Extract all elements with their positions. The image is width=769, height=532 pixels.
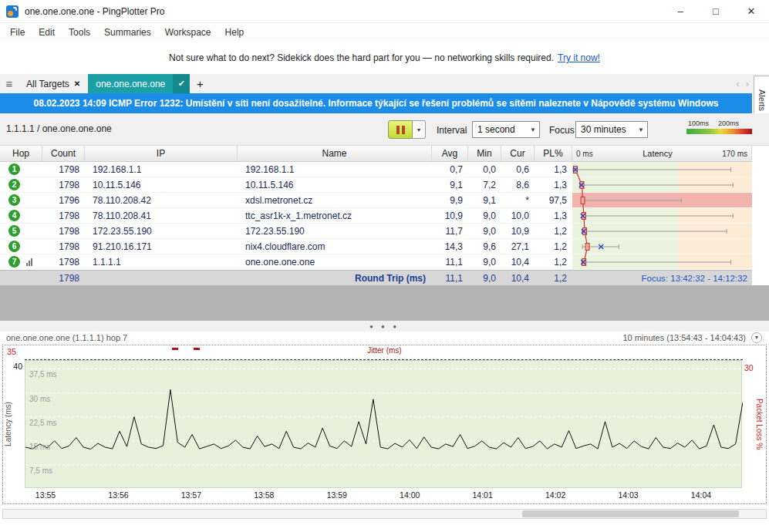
chevron-down-icon: ▼ xyxy=(527,126,539,133)
jitter-label: Jitter (ms) xyxy=(3,346,766,355)
summary-pl: 1,2 xyxy=(535,273,572,284)
table-row[interactable]: 4179878.110.208.41ttc_asr1k-x_1.metronet… xyxy=(0,208,752,224)
legend-200ms: 200ms xyxy=(718,120,739,127)
min-cell: 9,1 xyxy=(468,195,501,206)
menu-tools[interactable]: Tools xyxy=(62,23,97,42)
hop-cell: 7 xyxy=(0,256,42,268)
header-min[interactable]: Min xyxy=(468,146,501,161)
header-cur[interactable]: Cur xyxy=(501,146,535,161)
pause-dropdown-icon[interactable]: ▼ xyxy=(413,120,426,139)
header-hop[interactable]: Hop xyxy=(0,146,42,161)
splitter-handle[interactable]: ● ● ● xyxy=(0,321,769,332)
tab-all-targets[interactable]: All Targets ✕ xyxy=(19,74,88,93)
x-axis-tick: 13:58 xyxy=(254,490,274,500)
packet-loss-cell: 1,3 xyxy=(535,210,572,221)
menu-edit[interactable]: Edit xyxy=(32,23,62,42)
table-row[interactable]: 3179678.110.208.42xdsl.metronet.cz9,99,1… xyxy=(0,193,752,208)
timeline-range-dropdown-icon[interactable]: ▾ xyxy=(751,332,762,343)
avg-cell: 9,9 xyxy=(432,195,468,206)
sidekick-notice-text: Not sure what to do next? Sidekick does … xyxy=(169,52,554,63)
tab-all-targets-label: All Targets xyxy=(26,79,69,89)
latency-plot-area[interactable]: 37,5 ms30 ms22,5 ms15 ms7,5 ms xyxy=(25,360,742,488)
gridline-label: 22,5 ms xyxy=(29,419,57,427)
hop-rows: 11798192.168.1.1192.168.1.10,70,00,61,32… xyxy=(0,162,752,270)
latency-cell xyxy=(572,239,752,254)
tab-scroll-right-icon[interactable]: › xyxy=(746,78,749,89)
menubar: File Edit Tools Summaries Workspace Help xyxy=(0,23,769,42)
close-button[interactable]: ✕ xyxy=(734,0,769,23)
tab-scroll-left-icon[interactable]: ‹ xyxy=(736,78,739,89)
header-count[interactable]: Count xyxy=(42,146,85,161)
menu-summaries[interactable]: Summaries xyxy=(97,23,158,42)
name-cell: 172.23.55.190 xyxy=(238,226,432,237)
header-pl[interactable]: PL% xyxy=(535,146,572,161)
menu-file[interactable]: File xyxy=(3,23,32,42)
hamburger-icon[interactable]: ≡ xyxy=(0,74,19,93)
count-cell: 1798 xyxy=(42,241,85,252)
gridline-label: 30 ms xyxy=(29,395,50,403)
icmp-alert-banner: 08.02.2023 14:09 ICMP Error 1232: Umístě… xyxy=(0,93,752,113)
focus-value: 30 minutes xyxy=(576,124,635,135)
summary-focus-range: Focus: 13:42:32 - 14:12:32 xyxy=(572,274,752,283)
packet-loss-cell: 1,2 xyxy=(535,241,572,252)
header-name[interactable]: Name xyxy=(238,146,432,161)
timeline-scrollbar[interactable] xyxy=(2,509,767,519)
table-row[interactable]: 51798172.23.55.190172.23.55.19011,79,010… xyxy=(0,224,752,239)
hop-number-badge: 5 xyxy=(8,225,20,237)
minimize-button[interactable]: – xyxy=(663,0,698,23)
latency-cell xyxy=(572,193,752,207)
name-cell: 10.11.5.146 xyxy=(238,180,432,190)
x-axis-tick: 13:59 xyxy=(327,490,347,500)
latency-color-legend: 100ms 200ms xyxy=(686,120,752,134)
table-row[interactable]: 717981.1.1.1one.one.one.one11,19,010,41,… xyxy=(0,254,752,270)
timeline-chart[interactable]: 35 Jitter (ms) 40 Latency (ms) 37,5 ms30… xyxy=(2,345,767,504)
tab-one-one-one-one[interactable]: one.one.one.one ✔ xyxy=(88,74,190,93)
window-title: one.one.one.one - PingPlotter Pro xyxy=(25,6,164,17)
focus-select[interactable]: 30 minutes ▼ xyxy=(575,121,648,138)
latency-scale-max: 170 ms xyxy=(722,150,747,158)
header-avg[interactable]: Avg xyxy=(432,146,468,161)
latency-gradient-bar xyxy=(686,129,752,134)
new-tab-button[interactable]: + xyxy=(190,74,210,93)
pause-button[interactable] xyxy=(388,120,413,139)
packet-loss-cell: 1,3 xyxy=(535,180,572,190)
cur-cell: 27,1 xyxy=(501,241,535,252)
menu-workspace[interactable]: Workspace xyxy=(158,23,218,42)
gridline-label: 15 ms xyxy=(29,443,50,451)
trace-table: Hop Count IP Name Avg Min Cur PL% 0 ms L… xyxy=(0,146,752,285)
tab-check-icon: ✔ xyxy=(173,74,190,93)
avg-cell: 14,3 xyxy=(432,241,468,252)
avg-cell: 11,1 xyxy=(432,257,468,268)
try-it-now-link[interactable]: Try it now! xyxy=(558,52,600,63)
packet-loss-cell: 1,2 xyxy=(535,226,572,237)
hop-number-badge: 1 xyxy=(8,163,20,175)
table-row[interactable]: 6179891.210.16.171nix4.cloudflare.com14,… xyxy=(0,239,752,254)
count-cell: 1798 xyxy=(42,210,85,221)
hop-cell: 1 xyxy=(0,163,42,175)
cur-cell: 0,6 xyxy=(501,164,535,175)
menu-help[interactable]: Help xyxy=(218,23,251,42)
latency-header-label: Latency xyxy=(643,149,673,158)
count-cell: 1798 xyxy=(42,257,85,268)
table-row[interactable]: 11798192.168.1.1192.168.1.10,70,00,61,3 xyxy=(0,162,752,177)
sidekick-notice: Not sure what to do next? Sidekick does … xyxy=(0,42,769,74)
min-cell: 9,0 xyxy=(468,226,501,237)
table-row[interactable]: 2179810.11.5.14610.11.5.1469,17,28,61,3 xyxy=(0,177,752,193)
header-ip[interactable]: IP xyxy=(85,146,238,161)
target-toolbar: 1.1.1.1 / one.one.one.one ▼ Interval 1 s… xyxy=(0,113,769,146)
tab-close-icon[interactable]: ✕ xyxy=(74,79,80,88)
x-axis-tick: 13:57 xyxy=(181,490,201,500)
min-cell: 7,2 xyxy=(468,180,501,190)
interval-value: 1 second xyxy=(473,124,527,135)
tabbar: ≡ All Targets ✕ one.one.one.one ✔ + ‹ › xyxy=(0,74,769,93)
latency-axis: 40 Latency (ms) xyxy=(3,360,25,488)
cur-cell: 10,4 xyxy=(501,257,535,268)
hop-cell: 2 xyxy=(0,179,42,190)
maximize-button[interactable]: □ xyxy=(698,0,734,23)
x-axis-tick: 14:04 xyxy=(691,490,711,500)
latency-axis-label: Latency (ms) xyxy=(4,402,12,446)
interval-label: Interval xyxy=(437,125,467,136)
scrollbar-thumb[interactable] xyxy=(522,510,740,517)
header-latency[interactable]: 0 ms Latency 170 ms xyxy=(572,146,752,161)
interval-select[interactable]: 1 second ▼ xyxy=(472,121,540,138)
